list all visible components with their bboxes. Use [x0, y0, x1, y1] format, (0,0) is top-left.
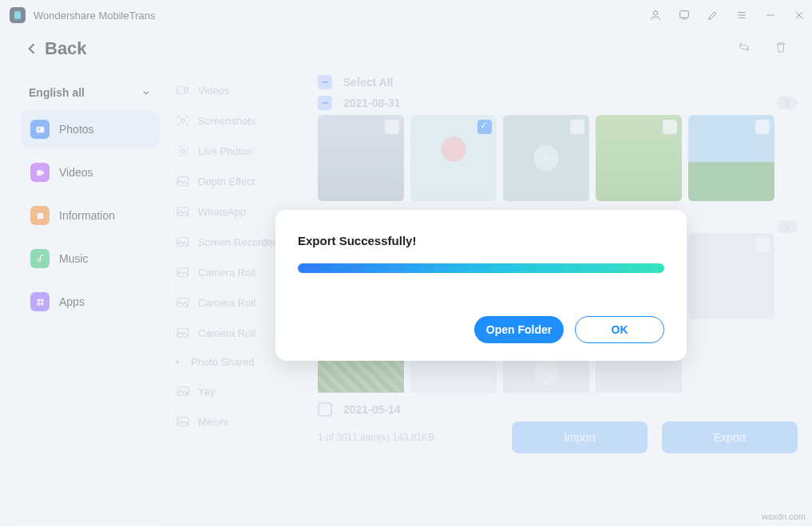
watermark: wsxdn.com	[762, 512, 806, 521]
open-folder-button[interactable]: Open Folder	[474, 316, 564, 343]
progress-bar	[298, 263, 664, 273]
ok-button[interactable]: OK	[575, 316, 664, 343]
export-modal: Export Successfully! Open Folder OK	[275, 210, 687, 361]
modal-title: Export Successfully!	[298, 234, 664, 247]
